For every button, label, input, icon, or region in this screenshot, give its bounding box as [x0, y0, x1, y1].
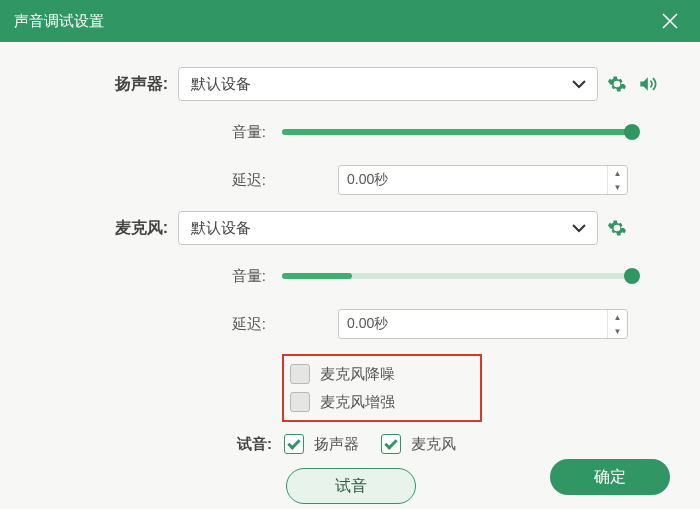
content: 扬声器: 默认设备 音量: 延迟: 0.00秒 ▲ ▼: [0, 42, 700, 504]
ok-button[interactable]: 确定: [550, 459, 670, 495]
spinner-down-button[interactable]: ▼: [608, 324, 627, 338]
test-label: 试音:: [28, 435, 284, 454]
speaker-test-sound-button[interactable]: [636, 73, 658, 95]
titlebar: 声音调试设置: [0, 0, 700, 42]
speaker-device-value: 默认设备: [191, 75, 569, 94]
speaker-delay-value: 0.00秒: [347, 171, 607, 189]
spinner-up-button[interactable]: ▲: [608, 310, 627, 324]
slider-thumb[interactable]: [624, 124, 640, 140]
test-mic-label: 麦克风: [411, 435, 456, 454]
mic-volume-slider[interactable]: [282, 273, 632, 279]
spinner-down-button[interactable]: ▼: [608, 180, 627, 194]
close-icon: [661, 12, 679, 30]
close-button[interactable]: [654, 5, 686, 37]
slider-fill: [282, 273, 352, 279]
test-mic-checkbox[interactable]: [381, 434, 401, 454]
speaker-device-select[interactable]: 默认设备: [178, 67, 598, 101]
speaker-icon: [637, 74, 657, 94]
speaker-delay-label: 延迟:: [28, 171, 278, 190]
mic-delay-label: 延迟:: [28, 315, 278, 334]
mic-boost-checkbox[interactable]: [290, 392, 310, 412]
check-icon: [384, 436, 397, 449]
speaker-delay-spinner[interactable]: 0.00秒 ▲ ▼: [338, 165, 628, 195]
gear-icon: [607, 218, 627, 238]
mic-noise-reduce-label: 麦克风降噪: [320, 365, 395, 384]
mic-volume-label: 音量:: [28, 267, 278, 286]
slider-thumb[interactable]: [624, 268, 640, 284]
mic-device-select[interactable]: 默认设备: [178, 211, 598, 245]
mic-delay-spinner[interactable]: 0.00秒 ▲ ▼: [338, 309, 628, 339]
mic-boost-label: 麦克风增强: [320, 393, 395, 412]
mic-noise-reduce-checkbox[interactable]: [290, 364, 310, 384]
speaker-label: 扬声器:: [28, 74, 178, 95]
mic-settings-button[interactable]: [606, 217, 628, 239]
slider-fill: [282, 129, 632, 135]
mic-device-value: 默认设备: [191, 219, 569, 238]
speaker-volume-slider[interactable]: [282, 129, 632, 135]
highlighted-mic-options: 麦克风降噪 麦克风增强: [282, 354, 482, 422]
test-speaker-label: 扬声器: [314, 435, 359, 454]
chevron-down-icon: [569, 74, 589, 94]
spinner-up-button[interactable]: ▲: [608, 166, 627, 180]
check-icon: [287, 436, 300, 449]
mic-delay-value: 0.00秒: [347, 315, 607, 333]
speaker-volume-label: 音量:: [28, 123, 278, 142]
gear-icon: [607, 74, 627, 94]
test-speaker-checkbox[interactable]: [284, 434, 304, 454]
window-title: 声音调试设置: [14, 12, 654, 31]
speaker-settings-button[interactable]: [606, 73, 628, 95]
test-sound-button[interactable]: 试音: [286, 468, 416, 504]
chevron-down-icon: [569, 218, 589, 238]
mic-label: 麦克风:: [28, 218, 178, 239]
footer: 确定: [550, 459, 670, 495]
